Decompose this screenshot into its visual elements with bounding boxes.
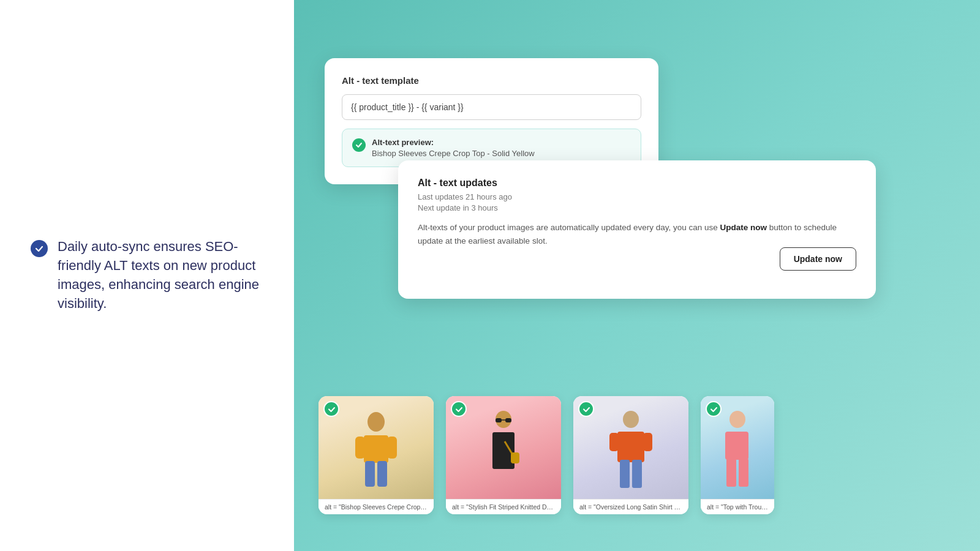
template-input[interactable] [342,94,641,120]
svg-rect-5 [377,461,387,487]
svg-point-19 [729,411,745,428]
preview-check-icon [352,138,366,152]
product-check-1 [323,401,339,417]
svg-point-13 [623,411,639,428]
preview-value: Bishop Sleeves Crepe Crop Top - Solid Ye… [372,149,535,158]
template-card-title: Alt - text template [342,75,641,86]
updates-description: Alt-texts of your product images are aut… [418,221,856,271]
product-check-4 [706,401,722,417]
product-card-2: alt = "Stylish Fit Striped Knitted Dress… [446,396,561,514]
svg-rect-3 [387,437,397,459]
preview-label: Alt-text preview: [372,138,535,147]
svg-rect-8 [505,418,511,422]
feature-highlight: Daily auto-sync ensures SEO-friendly ALT… [31,238,263,313]
product-alt-2: alt = "Stylish Fit Striped Knitted Dress… [446,499,561,514]
svg-rect-17 [620,460,630,488]
svg-rect-15 [609,433,619,451]
svg-rect-21 [726,459,736,487]
right-panel: Alt - text template Alt-text preview: Bi… [294,0,980,551]
svg-rect-4 [365,461,375,487]
product-check-2 [451,401,467,417]
svg-rect-14 [617,432,644,462]
description-start: Alt-texts of your product images are aut… [418,223,720,232]
svg-point-0 [368,412,385,432]
svg-rect-12 [511,452,519,463]
svg-rect-20 [725,432,748,460]
preview-text-block: Alt-text preview: Bishop Sleeves Crepe C… [372,138,535,158]
description-bold: Update now [720,223,767,232]
last-update-text: Last updates 21 hours ago [418,192,856,201]
updates-card: Alt - text updates Last updates 21 hours… [398,160,876,299]
left-panel: Daily auto-sync ensures SEO-friendly ALT… [0,0,294,551]
svg-rect-2 [355,437,365,459]
svg-rect-1 [364,435,388,463]
feature-text: Daily auto-sync ensures SEO-friendly ALT… [58,238,263,313]
product-card-3: alt = "Oversized Long Satin Shirt - Oran… [573,396,688,514]
next-update-text: Next update in 3 hours [418,203,856,212]
svg-rect-18 [632,460,642,488]
svg-rect-7 [496,418,502,422]
product-card-4: alt = "Top with Trousers [701,396,774,514]
svg-rect-22 [739,459,748,487]
update-now-button[interactable]: Update now [780,247,856,271]
product-alt-1: alt = "Bishop Sleeves Crepe Crop Top - S… [318,499,434,514]
product-cards-row: alt = "Bishop Sleeves Crepe Crop Top - S… [318,396,774,514]
product-card-1: alt = "Bishop Sleeves Crepe Crop Top - S… [318,396,434,514]
product-alt-3: alt = "Oversized Long Satin Shirt - Oran… [573,499,688,514]
product-check-3 [578,401,594,417]
product-alt-4: alt = "Top with Trousers [701,499,774,514]
updates-card-title: Alt - text updates [418,178,856,189]
feature-check-icon [31,240,48,257]
svg-rect-16 [643,433,652,451]
